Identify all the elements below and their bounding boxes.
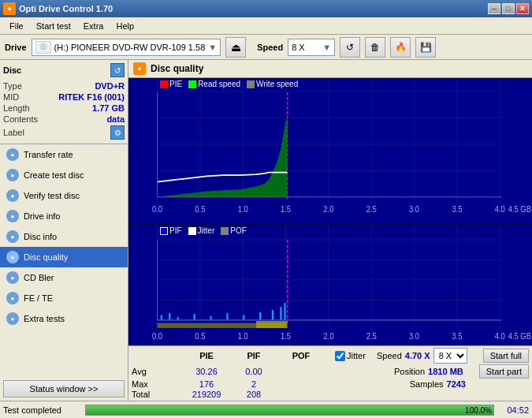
drive-dropdown-arrow: ▼: [208, 43, 217, 52]
svg-text:0.0: 0.0: [152, 204, 162, 214]
maximize-button[interactable]: □: [502, 3, 515, 14]
fe-te-icon: ●: [6, 292, 19, 304]
disc-refresh-button[interactable]: ↺: [110, 63, 125, 77]
legend-pof: POF: [221, 226, 247, 235]
speed-info-value: 4.70 X: [405, 351, 430, 360]
sidebar-item-transfer-rate[interactable]: ● Transfer rate: [0, 144, 128, 165]
samples-value: 7243: [447, 379, 466, 389]
legend-write-speed: Write speed: [247, 80, 298, 88]
svg-text:1.0: 1.0: [238, 332, 248, 341]
disc-contents-label: Contents: [3, 114, 38, 124]
start-part-button[interactable]: Start part: [479, 364, 529, 379]
verify-test-disc-icon: ●: [6, 189, 19, 202]
disc-section: Disc ↺ Type DVD+R MID RITEK F16 (001) Le…: [0, 60, 128, 144]
app-title: Opti Drive Control 1.70: [19, 4, 113, 13]
start-buttons: Start full: [483, 349, 529, 363]
sidebar-item-verify-test-disc[interactable]: ● Verify test disc: [0, 185, 128, 206]
menu-extra[interactable]: Extra: [77, 20, 110, 32]
legend-read-speed-label: Read speed: [198, 80, 240, 88]
svg-text:2.5: 2.5: [366, 204, 377, 214]
disc-info-icon: ●: [6, 230, 19, 243]
menu-start-test[interactable]: Start test: [30, 20, 77, 32]
drive-eject-button[interactable]: ⏏: [225, 37, 246, 58]
save-button[interactable]: 💾: [415, 37, 436, 58]
sidebar-item-label-cd-bler: CD Bler: [24, 273, 54, 282]
svg-text:4.0: 4.0: [495, 204, 505, 214]
disc-label-icon[interactable]: ⚙: [110, 125, 125, 140]
transfer-rate-icon: ●: [6, 148, 19, 161]
sidebar-item-label-create-test-disc: Create test disc: [24, 170, 84, 180]
avg-pif: 0.00: [234, 367, 273, 376]
samples-info: Samples 7243: [410, 379, 466, 389]
speed-dropdown-arrow: ▼: [322, 43, 331, 52]
svg-text:4.5 GB: 4.5 GB: [508, 204, 531, 214]
position-label: Position: [394, 367, 425, 376]
sidebar-item-label-verify-test-disc: Verify test disc: [24, 191, 80, 200]
drive-label: Drive: [5, 43, 27, 52]
stats-header-row: PIE PIF POF Jitter Speed 4.70 X 8 X Star…: [132, 348, 529, 364]
disc-length-label: Length: [3, 103, 30, 113]
menu-help[interactable]: Help: [110, 20, 140, 32]
top-chart: PIE Read speed Write speed 200 150 10: [128, 78, 532, 225]
sidebar-item-fe-te[interactable]: ● FE / TE: [0, 288, 128, 308]
svg-text:0.0: 0.0: [152, 332, 162, 341]
progress-bar-fill: [86, 405, 493, 415]
start-full-button[interactable]: Start full: [483, 349, 529, 363]
speed-dropdown-select[interactable]: 8 X: [433, 348, 467, 364]
menu-file[interactable]: File: [3, 20, 30, 32]
main-layout: Disc ↺ Type DVD+R MID RITEK F16 (001) Le…: [0, 60, 532, 401]
disc-label-label: Label: [3, 128, 24, 137]
disc-contents-row: Contents data: [3, 114, 125, 125]
sidebar-item-extra-tests[interactable]: ● Extra tests: [0, 308, 128, 329]
drive-info-icon: ●: [6, 210, 19, 222]
start-part-container: Start part: [479, 364, 529, 379]
svg-text:1.5: 1.5: [281, 332, 291, 341]
disc-mid-label: MID: [3, 92, 19, 102]
svg-text:0.5: 0.5: [195, 332, 205, 341]
svg-text:3.5: 3.5: [452, 204, 462, 214]
svg-rect-57: [256, 321, 288, 328]
sidebar-item-create-test-disc[interactable]: ● Create test disc: [0, 165, 128, 185]
legend-read-speed: Read speed: [188, 80, 240, 88]
speed-info-label: Speed: [377, 351, 402, 360]
app-icon: ●: [3, 2, 16, 15]
disc-label-row: Label ⚙: [3, 125, 125, 140]
pie-header: PIE: [187, 351, 226, 360]
legend-write-speed-label: Write speed: [256, 80, 298, 88]
disc-contents-value: data: [106, 114, 125, 124]
position-value: 1810 MB: [428, 367, 463, 376]
legend-jitter-label: Jitter: [198, 226, 215, 235]
drive-select[interactable]: 💿 (H:) PIONEER DVD-RW DVR-109 1.58 ▼: [32, 39, 221, 56]
sidebar-item-disc-info[interactable]: ● Disc info: [0, 226, 128, 247]
sidebar-item-drive-info[interactable]: ● Drive info: [0, 206, 128, 226]
total-label: Total: [132, 390, 179, 399]
legend-write-speed-color: [247, 80, 255, 88]
erase-button[interactable]: 🗑: [365, 37, 385, 58]
top-chart-legend: PIE Read speed Write speed: [160, 80, 298, 88]
stats-bar: PIE PIF POF Jitter Speed 4.70 X 8 X Star…: [128, 345, 532, 401]
sidebar-item-cd-bler[interactable]: ● CD Bler: [0, 267, 128, 288]
jitter-checkbox[interactable]: [335, 351, 345, 361]
close-button[interactable]: ✕: [516, 3, 529, 14]
pif-header: PIF: [234, 351, 273, 360]
legend-pif-label: PIF: [169, 226, 182, 235]
speed-select[interactable]: 8 X ▼: [288, 39, 335, 56]
disc-quality-header: ● Disc quality: [128, 60, 532, 78]
samples-label: Samples: [410, 379, 444, 389]
legend-jitter: Jitter: [188, 226, 215, 235]
minimize-button[interactable]: ─: [488, 3, 500, 14]
svg-text:2.0: 2.0: [323, 332, 333, 341]
progress-text: 100.0%: [465, 405, 492, 414]
avg-label: Avg: [132, 367, 179, 376]
refresh-speed-button[interactable]: ↺: [340, 37, 360, 58]
stats-total-row: Total 219209 208: [132, 390, 529, 399]
burn-button[interactable]: 🔥: [390, 37, 411, 58]
legend-pof-label: POF: [230, 226, 247, 235]
title-bar-controls[interactable]: ─ □ ✕: [488, 3, 529, 14]
status-window-button[interactable]: Status window >>: [3, 380, 125, 397]
svg-text:1.5: 1.5: [281, 204, 291, 214]
speed-label: Speed: [257, 43, 283, 52]
sidebar-item-disc-quality[interactable]: ● Disc quality: [0, 247, 128, 267]
jitter-checkbox-container[interactable]: Jitter: [335, 351, 366, 361]
disc-mid-row: MID RITEK F16 (001): [3, 91, 125, 103]
